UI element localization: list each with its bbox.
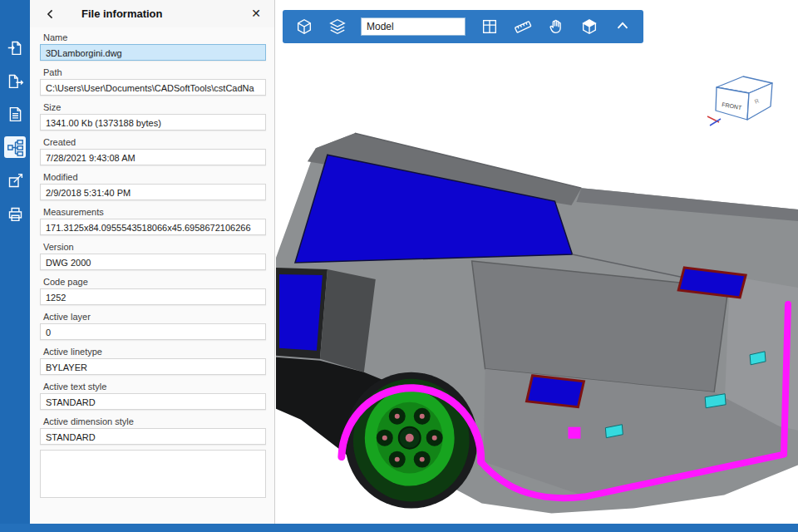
preview-box: [40, 450, 266, 498]
edit-view-icon: [7, 172, 24, 190]
field-label-version: Version: [30, 237, 274, 254]
structure-tree-icon: [7, 139, 24, 156]
collapse-toolbar-icon: [613, 17, 632, 36]
field-value-version[interactable]: DWG 2000: [40, 254, 266, 270]
sidebar-item-structure[interactable]: [4, 136, 26, 158]
render-cube-icon: [580, 17, 598, 36]
sidebar-item-edit-view[interactable]: [4, 170, 26, 191]
left-sidebar: [0, 0, 30, 532]
sidebar-item-print[interactable]: [4, 203, 26, 224]
pan-button[interactable]: [546, 17, 565, 37]
convert-file-icon: [7, 72, 24, 90]
field-label-size: Size: [30, 97, 274, 114]
view-3d-button[interactable]: [294, 17, 313, 37]
print-icon: [7, 205, 24, 223]
model-space-select[interactable]: [361, 17, 466, 36]
layers-icon: [328, 17, 347, 36]
field-value-path[interactable]: C:\Users\User\Documents\CADSoftTools\cst…: [40, 79, 266, 96]
layers-button[interactable]: [328, 17, 347, 37]
measure-icon: [514, 17, 532, 36]
field-label-active-layer: Active layer: [30, 307, 274, 323]
field-value-measurements[interactable]: 171.3125x84.0955543518066x45.69586721062…: [40, 219, 266, 235]
field-value-active-dimension-style[interactable]: STANDARD: [40, 428, 266, 445]
sheet-settings-button[interactable]: [480, 17, 499, 37]
field-value-created[interactable]: 7/28/2021 9:43:08 AM: [40, 149, 266, 165]
panel-header: File information ✕: [30, 0, 274, 27]
field-value-name[interactable]: 3DLamborgini.dwg: [40, 44, 266, 61]
close-icon[interactable]: ✕: [248, 5, 264, 22]
render-mode-button[interactable]: [579, 17, 598, 37]
field-label-measurements: Measurements: [30, 202, 274, 219]
view-3d-icon: [295, 17, 313, 36]
field-value-size[interactable]: 1341.00 Kb (1373188 bytes): [40, 114, 266, 131]
file-info-icon: [7, 106, 24, 123]
sidebar-item-file-info[interactable]: [4, 103, 26, 125]
field-label-active-dimension-style: Active dimension style: [30, 411, 274, 428]
field-value-active-text-style[interactable]: STANDARD: [40, 393, 266, 410]
sheet-settings-icon: [480, 17, 499, 36]
pan-hand-icon: [547, 17, 565, 36]
sidebar-item-convert-file[interactable]: [4, 70, 26, 91]
field-label-modified: Modified: [30, 167, 274, 184]
sidebar-item-open-file[interactable]: [4, 37, 26, 58]
view-cube[interactable]: FRONT R: [702, 66, 781, 133]
measure-button[interactable]: [513, 17, 532, 37]
view-cube-icon: FRONT R: [702, 66, 781, 133]
back-button[interactable]: [43, 7, 58, 22]
field-label-created: Created: [30, 132, 274, 149]
field-label-name: Name: [30, 27, 274, 44]
back-chevron-icon: [45, 8, 57, 20]
field-label-code-page: Code page: [30, 272, 274, 288]
viewport-toolbar: [283, 10, 643, 43]
collapse-toolbar-button[interactable]: [613, 17, 632, 37]
field-label-path: Path: [30, 62, 274, 79]
field-label-active-text-style: Active text style: [30, 377, 274, 393]
panel-title: File information: [81, 7, 163, 20]
field-value-code-page[interactable]: 1252: [40, 288, 266, 305]
field-label-active-linetype: Active linetype: [30, 342, 274, 358]
field-value-modified[interactable]: 2/9/2018 5:31:40 PM: [40, 184, 266, 200]
status-bar: [0, 524, 798, 532]
field-value-active-layer[interactable]: 0: [40, 323, 266, 340]
field-value-active-linetype[interactable]: BYLAYER: [40, 358, 266, 375]
open-file-icon: [7, 39, 24, 57]
file-information-panel: File information ✕ Name 3DLamborgini.dwg…: [30, 0, 275, 524]
